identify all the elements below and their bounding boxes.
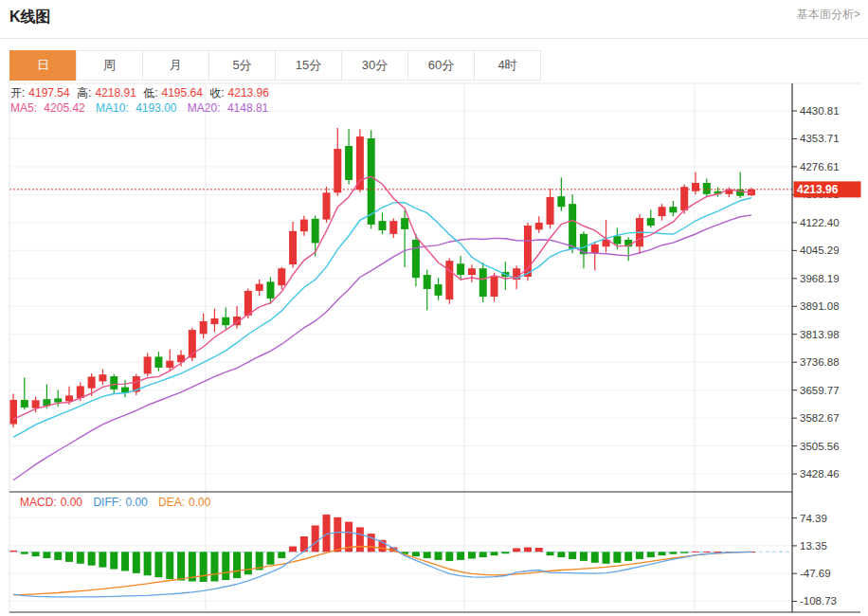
diff-value: DIFF:0.00 [93,496,151,509]
price-axis-label: 3968.19 [800,273,840,284]
macd-axis-label: 13.35 [800,540,827,552]
current-price-badge [794,181,861,197]
price-axis-label: 3659.77 [800,385,840,396]
ma20-readout: MA20: 4148.81 [188,101,272,115]
ma5-readout: MA5: 4205.42 [10,101,89,115]
macd-axis-label: -108.73 [800,595,837,607]
price-axis-label: 3582.67 [800,412,840,424]
price-axis-label: 4430.81 [800,105,840,117]
high-value: 4218.91 [95,86,136,100]
dea-value: DEA:0.00 [158,496,214,509]
tab-month[interactable]: 月 [142,50,209,81]
kline-widget: { "header": { "title": "K线图", "link": "基… [0,0,868,616]
chart-canvas[interactable] [9,83,792,612]
low-label: 低: [143,86,157,100]
tab-30min[interactable]: 30分 [341,50,408,81]
price-axis-label: 3736.88 [800,356,840,368]
macd-axis-label: 74.39 [800,513,827,524]
tab-5min[interactable]: 5分 [208,50,276,81]
price-axis-label: 4353.71 [800,133,840,144]
macd-axis-label: -47.69 [800,568,831,579]
close-label: 收: [209,86,224,100]
ma10-readout: MA10: 4193.00 [96,101,180,115]
header-divider [0,38,868,39]
tab-day[interactable]: 日 [9,50,77,81]
tab-15min[interactable]: 15分 [275,50,342,81]
macd-value: MACD:0.00 [20,496,86,509]
high-label: 高: [77,86,91,100]
tab-60min[interactable]: 60分 [407,50,475,81]
price-axis-label: 3891.08 [800,300,840,312]
tab-4hour[interactable]: 4时 [474,50,541,81]
ohlc-readout: 开:4197.54 高:4218.91 低:4195.64 收:4213.96 [10,85,273,101]
price-axis-label: 3813.98 [800,329,840,340]
macd-readout: MACD:0.00 DIFF:0.00 DEA:0.00 [20,496,218,509]
open-value: 4197.54 [28,86,69,100]
fundamental-analysis-link[interactable]: 基本面分析> [797,7,860,23]
timeframe-tabs: 日周月5分15分30分60分4时 [9,50,541,81]
price-axis-label: 4199.51 [800,189,840,200]
price-axis-label: 4122.40 [800,217,840,228]
page-title: K线图 [9,8,51,27]
current-price-badge-label: 4213.96 [797,183,839,196]
price-axis-label: 4276.61 [800,161,840,172]
low-value: 4195.64 [162,86,203,100]
ma-readout: MA5: 4205.42 MA10: 4193.00 MA20: 4148.81 [10,101,276,115]
tab-week[interactable]: 周 [76,50,143,81]
open-label: 开: [10,86,25,100]
price-axis-label: 3505.56 [800,441,840,452]
close-value: 4213.96 [228,86,269,100]
price-axis-label: 3428.46 [800,468,840,480]
price-axis-label: 4045.29 [800,245,840,256]
